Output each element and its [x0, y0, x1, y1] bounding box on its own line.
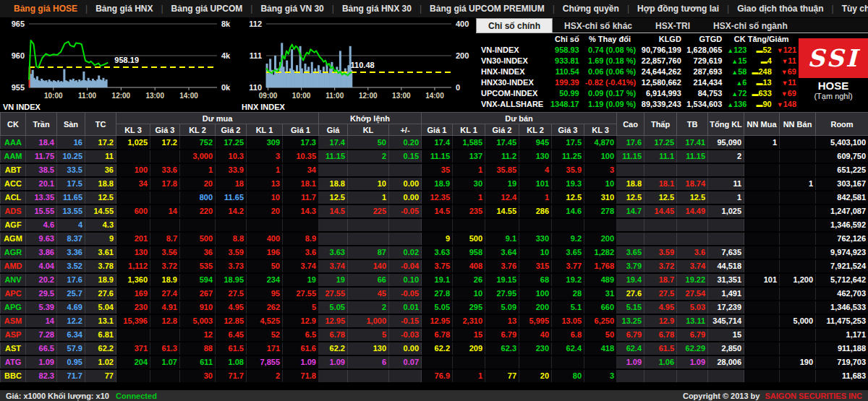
cell: 11.1: [644, 150, 677, 163]
table-row[interactable]: APG5.394.695.042304.919104.9526255.0520.…: [1, 301, 868, 314]
index-change: -0.82 (-0.41%): [582, 77, 638, 87]
cell: 11.65: [57, 191, 85, 204]
svg-text:0: 0: [456, 83, 460, 92]
table-row[interactable]: BBC82.371.7773071.7271.876.91772080311,6…: [1, 369, 868, 383]
cell: 3.72: [644, 259, 677, 273]
cell: 12.5: [85, 191, 116, 204]
index-tab-2[interactable]: HSX-TRI: [644, 19, 702, 33]
index-change: 0.74 (0.08 %): [582, 44, 638, 55]
table-row[interactable]: ATG1.090.951.022041.076111.087,8551.091.…: [1, 355, 868, 369]
up-arrow-icon: ▲: [731, 69, 738, 76]
index-row[interactable]: HNX30-INDEX199.39-0.82 (-0.41%)12,580,66…: [479, 77, 799, 87]
menu-tab-2[interactable]: Bảng giá UPCOM: [163, 4, 251, 14]
cell: 17.6: [57, 273, 85, 287]
cell: 3.63: [422, 246, 453, 259]
stock-code: AST: [1, 342, 26, 355]
cell: 0.10: [389, 273, 422, 287]
cell: 27.5: [216, 287, 247, 301]
index-tab-0[interactable]: Chỉ số chính: [476, 18, 553, 33]
cell: 7.28: [26, 328, 57, 342]
table-row[interactable]: AGF4.644.31,346,592: [1, 218, 868, 232]
cell: 4.69: [57, 301, 85, 314]
cell: 3.74: [283, 259, 319, 273]
menu-tab-4[interactable]: Bảng giá HNX 30: [334, 4, 420, 14]
cell: 0.95: [57, 355, 85, 369]
cell: [283, 218, 319, 232]
table-row[interactable]: AGM9.638.3792018.75008.84008.995009.1330…: [1, 232, 868, 246]
table-row[interactable]: AAA18.41617.21,02517.275217.2530917.317.…: [1, 136, 868, 150]
cell: 12.8: [150, 314, 180, 328]
cell: 19: [283, 273, 319, 287]
table-row[interactable]: AAM11.7510.25113,00010.3310.3511.1520.15…: [1, 150, 868, 163]
cell: 130: [348, 342, 389, 355]
table-row[interactable]: ACC20.117.518.83417.820181318.118.8100.0…: [1, 177, 868, 191]
table-row[interactable]: ASP7.286.346.81126.45526.56.785-0.036.78…: [1, 328, 868, 342]
cell: 14.5: [319, 204, 348, 218]
cell: [150, 369, 180, 383]
menu-tab-9[interactable]: Tùy chọn: [834, 4, 868, 14]
cell: 18.7: [644, 273, 677, 287]
menu-tab-7[interactable]: Hợp đồng tương lai: [629, 4, 727, 14]
board-subcol-1: Giá 3: [150, 124, 180, 136]
cell: 3.78: [85, 259, 116, 273]
cell: [744, 259, 780, 273]
cell: 7,635: [708, 246, 744, 259]
cell: [744, 342, 780, 355]
cell: 2,310: [453, 314, 485, 328]
cell: 18.8: [319, 177, 348, 191]
table-row[interactable]: APC29.525.727.616927.426727.59527.5527.5…: [1, 287, 868, 301]
table-row[interactable]: ADS15.5513.5514.556001422014.22014.314.5…: [1, 204, 868, 218]
cell: 5,995: [519, 314, 552, 328]
cell: 0.20: [389, 136, 422, 150]
index-row[interactable]: VNX-ALLSHARE1348.171.19 (0.09 %)89,339,2…: [479, 98, 799, 109]
cell: 25.7: [57, 287, 85, 301]
cell: [216, 218, 247, 232]
cell: 3.76: [485, 259, 519, 273]
cell: 2: [708, 150, 744, 163]
cell: 140: [348, 259, 389, 273]
menu-tab-0[interactable]: Bảng giá HOSE: [6, 4, 85, 14]
svg-text:4k: 4k: [221, 51, 231, 60]
menu-tab-1[interactable]: Bảng giá HNX: [88, 4, 161, 14]
cell: 71.8: [283, 369, 319, 383]
cell: 1: [780, 177, 816, 191]
cell: 14.49: [677, 204, 708, 218]
cell: [744, 177, 780, 191]
table-row[interactable]: ACL13.3511.6512.580011.651011.712.510.00…: [1, 191, 868, 204]
cell: 77: [85, 369, 116, 383]
cell: 10.35: [283, 150, 319, 163]
index-row[interactable]: VN30-INDEX933.811.69 (0.18 %)22,857,7607…: [479, 55, 799, 66]
table-row[interactable]: AMD4.043.523.781,1123.725353.73503.743.7…: [1, 259, 868, 273]
table-row[interactable]: ABT38.533.53610033.6133.913435135.85435.…: [1, 163, 868, 177]
svg-text:200: 200: [456, 51, 469, 60]
cell: [348, 163, 389, 177]
index-row[interactable]: VN-INDEX958.930.74 (0.08 %)90,796,1991,6…: [479, 44, 799, 55]
menu-tab-8[interactable]: Giao dịch thỏa thuận: [729, 4, 831, 14]
table-row[interactable]: AGR3.863.363.611303.56363.591963.63.6387…: [1, 246, 868, 259]
index-tab-1[interactable]: HSX-chỉ số khác: [553, 19, 644, 33]
board-group-9: TB: [677, 113, 708, 136]
cell: 11.15: [319, 150, 348, 163]
cell: 31,351: [708, 273, 744, 287]
index-row[interactable]: UPCOM-INDEX50.990.09 (0.17 %)6,914,99384…: [479, 87, 799, 98]
table-row[interactable]: AST66.557.962.237161.38861.517161.662.21…: [1, 342, 868, 355]
svg-text:0k: 0k: [221, 83, 231, 92]
cell: 19.3: [552, 177, 584, 191]
table-row[interactable]: ASM1412.213.115,39612.85,00312.854,52512…: [1, 314, 868, 328]
cell: 6.8: [552, 328, 584, 342]
menu-tab-3[interactable]: Bảng giá VN 30: [252, 4, 331, 14]
index-change: 0.09 (0.17 %): [582, 87, 638, 98]
cell: 1.09: [319, 355, 348, 369]
cell: [422, 355, 453, 369]
menu-tab-6[interactable]: Chứng quyền: [555, 4, 627, 14]
svg-text:110: 110: [249, 83, 262, 92]
cell: 4,525: [247, 314, 283, 328]
cell: 958: [453, 246, 485, 259]
table-row[interactable]: ANV20.217.618.91,36018.959418.9523419196…: [1, 273, 868, 287]
index-row[interactable]: HNX-INDEX110.540.06 (0.06 %)24,644,26228…: [479, 66, 799, 77]
menu-tab-5[interactable]: Bảng giá UPCOM PREMIUM: [422, 4, 553, 14]
cell: 12.2: [57, 314, 85, 328]
index-tab-3[interactable]: HSX-chỉ số ngành: [702, 19, 799, 33]
unchanged-arrow-icon: ▬: [761, 58, 767, 65]
index-gtgd: 729,619: [684, 55, 724, 66]
